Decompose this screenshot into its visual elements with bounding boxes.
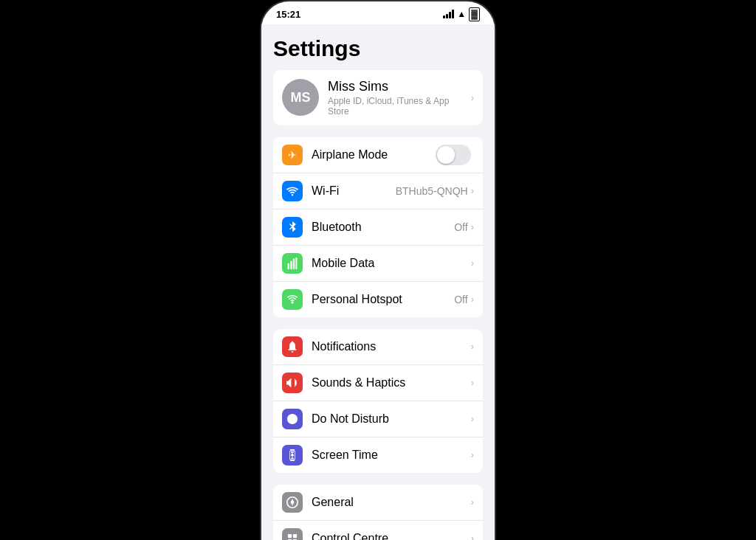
personal-hotspot-icon-wrap xyxy=(282,289,303,310)
general-label: General xyxy=(312,496,471,509)
mobile-data-label: Mobile Data xyxy=(312,257,471,270)
screen-time-chevron-icon: › xyxy=(471,449,474,460)
profile-info: Miss Sims Apple ID, iCloud, iTunes & App… xyxy=(328,79,471,117)
personal-hotspot-chevron-icon: › xyxy=(471,294,474,305)
bluetooth-label: Bluetooth xyxy=(312,221,454,234)
svg-rect-1 xyxy=(290,261,292,269)
svg-rect-12 xyxy=(288,534,292,538)
personal-hotspot-item[interactable]: Personal Hotspot Off › xyxy=(273,282,483,317)
profile-chevron-icon: › xyxy=(471,92,474,103)
wifi-value: BTHub5-QNQH xyxy=(396,185,468,197)
alerts-card: Notifications › Sounds & Haptics › xyxy=(273,329,483,473)
profile-subtitle: Apple ID, iCloud, iTunes & App Store xyxy=(328,96,471,117)
sounds-haptics-icon-wrap xyxy=(282,373,303,393)
notifications-icon-wrap xyxy=(282,336,303,357)
phone-frame: 15:21 ▲ ▓ Settings MS Miss Sims Appl xyxy=(260,0,496,540)
personal-hotspot-value: Off xyxy=(454,294,467,305)
system-card: General › Control Centre › xyxy=(273,485,483,540)
profile-row[interactable]: MS Miss Sims Apple ID, iCloud, iTunes & … xyxy=(273,70,483,125)
mobile-data-item[interactable]: Mobile Data › xyxy=(273,246,483,282)
profile-name: Miss Sims xyxy=(328,79,471,94)
do-not-disturb-item[interactable]: Do Not Disturb › xyxy=(273,401,483,437)
airplane-mode-toggle[interactable] xyxy=(436,145,471,165)
airplane-mode-icon: ✈ xyxy=(282,145,303,165)
wifi-label: Wi-Fi xyxy=(312,184,396,198)
svg-rect-10 xyxy=(290,460,295,461)
control-centre-chevron-icon: › xyxy=(471,533,474,540)
control-centre-label: Control Centre xyxy=(312,532,471,540)
network-section: ✈ Airplane Mode Wi-Fi BTHub5-QNQH xyxy=(261,137,495,317)
wifi-icon: ▲ xyxy=(457,9,466,19)
airplane-mode-label: Airplane Mode xyxy=(312,148,436,162)
general-item[interactable]: General › xyxy=(273,485,483,521)
general-chevron-icon: › xyxy=(471,496,474,508)
status-icons: ▲ ▓ xyxy=(443,7,480,21)
avatar: MS xyxy=(282,79,319,116)
control-centre-item[interactable]: Control Centre › xyxy=(273,521,483,540)
mobile-data-icon-wrap xyxy=(282,253,303,274)
wifi-chevron-icon: › xyxy=(471,185,474,196)
signal-bars-icon xyxy=(443,10,454,18)
control-centre-icon-wrap xyxy=(282,528,303,540)
svg-rect-13 xyxy=(293,534,297,538)
svg-rect-0 xyxy=(288,263,289,269)
screen-time-icon-wrap xyxy=(282,445,303,465)
svg-rect-5 xyxy=(290,449,295,451)
airplane-mode-item[interactable]: ✈ Airplane Mode xyxy=(273,137,483,173)
notifications-chevron-icon: › xyxy=(471,341,474,352)
mobile-data-chevron-icon: › xyxy=(471,257,474,269)
wifi-icon-wrap xyxy=(282,181,303,201)
bluetooth-item[interactable]: Bluetooth Off › xyxy=(273,210,483,246)
content-area: Settings MS Miss Sims Apple ID, iCloud, … xyxy=(261,24,495,540)
do-not-disturb-chevron-icon: › xyxy=(471,413,474,424)
status-bar: 15:21 ▲ ▓ xyxy=(261,1,495,24)
do-not-disturb-label: Do Not Disturb xyxy=(312,412,471,426)
toggle-knob xyxy=(437,146,455,164)
sounds-haptics-item[interactable]: Sounds & Haptics › xyxy=(273,365,483,401)
wifi-item[interactable]: Wi-Fi BTHub5-QNQH › xyxy=(273,173,483,210)
sounds-haptics-label: Sounds & Haptics xyxy=(312,376,471,390)
battery-icon: ▓ xyxy=(469,7,480,21)
bluetooth-value: Off xyxy=(454,221,467,233)
bluetooth-icon-wrap xyxy=(282,217,303,238)
svg-point-11 xyxy=(291,500,295,504)
svg-point-4 xyxy=(291,301,293,303)
screen-time-label: Screen Time xyxy=(312,449,471,462)
svg-rect-2 xyxy=(293,258,295,269)
page-title: Settings xyxy=(261,24,495,70)
bluetooth-chevron-icon: › xyxy=(471,221,474,232)
network-card: ✈ Airplane Mode Wi-Fi BTHub5-QNQH xyxy=(273,137,483,317)
personal-hotspot-label: Personal Hotspot xyxy=(312,293,454,306)
general-icon-wrap xyxy=(282,492,303,513)
profile-card: MS Miss Sims Apple ID, iCloud, iTunes & … xyxy=(273,70,483,125)
system-section: General › Control Centre › xyxy=(261,485,495,540)
screen-time-item[interactable]: Screen Time › xyxy=(273,437,483,473)
notifications-item[interactable]: Notifications › xyxy=(273,329,483,365)
status-time: 15:21 xyxy=(276,9,300,20)
sounds-haptics-chevron-icon: › xyxy=(471,377,474,388)
do-not-disturb-icon-wrap xyxy=(282,409,303,429)
profile-section: MS Miss Sims Apple ID, iCloud, iTunes & … xyxy=(261,70,495,125)
svg-rect-3 xyxy=(295,257,297,269)
alerts-section: Notifications › Sounds & Haptics › xyxy=(261,329,495,473)
notifications-label: Notifications xyxy=(312,340,471,353)
